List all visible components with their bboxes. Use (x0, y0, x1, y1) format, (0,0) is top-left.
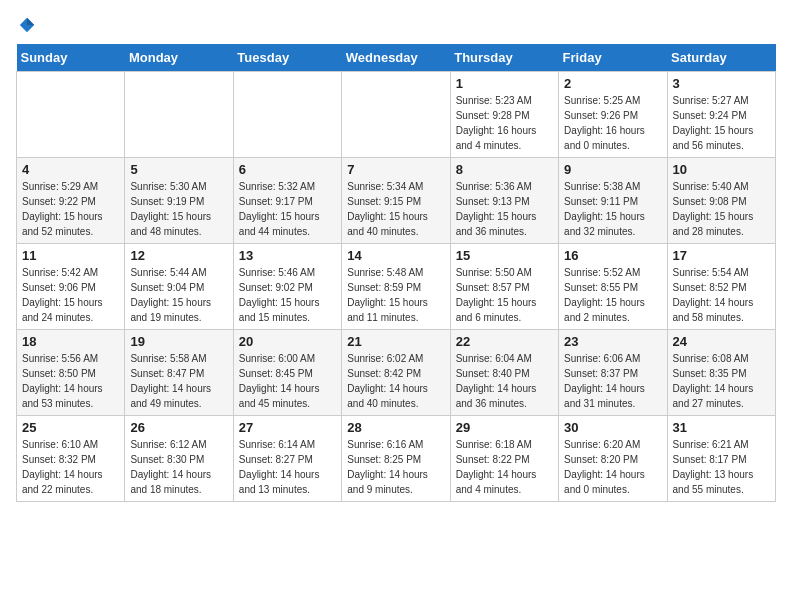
day-header-sunday: Sunday (17, 44, 125, 72)
day-info: Sunrise: 6:21 AMSunset: 8:17 PMDaylight:… (673, 437, 770, 497)
day-info: Sunrise: 6:16 AMSunset: 8:25 PMDaylight:… (347, 437, 444, 497)
day-header-tuesday: Tuesday (233, 44, 341, 72)
calendar-cell: 4Sunrise: 5:29 AMSunset: 9:22 PMDaylight… (17, 158, 125, 244)
day-number: 8 (456, 162, 553, 177)
calendar-cell: 2Sunrise: 5:25 AMSunset: 9:26 PMDaylight… (559, 72, 667, 158)
calendar-cell: 22Sunrise: 6:04 AMSunset: 8:40 PMDayligh… (450, 330, 558, 416)
calendar-cell: 7Sunrise: 5:34 AMSunset: 9:15 PMDaylight… (342, 158, 450, 244)
calendar-cell (125, 72, 233, 158)
calendar-cell: 29Sunrise: 6:18 AMSunset: 8:22 PMDayligh… (450, 416, 558, 502)
day-number: 4 (22, 162, 119, 177)
day-number: 25 (22, 420, 119, 435)
day-number: 26 (130, 420, 227, 435)
day-number: 20 (239, 334, 336, 349)
day-number: 14 (347, 248, 444, 263)
day-info: Sunrise: 5:46 AMSunset: 9:02 PMDaylight:… (239, 265, 336, 325)
calendar-cell: 16Sunrise: 5:52 AMSunset: 8:55 PMDayligh… (559, 244, 667, 330)
day-info: Sunrise: 6:04 AMSunset: 8:40 PMDaylight:… (456, 351, 553, 411)
day-info: Sunrise: 5:27 AMSunset: 9:24 PMDaylight:… (673, 93, 770, 153)
calendar-cell: 31Sunrise: 6:21 AMSunset: 8:17 PMDayligh… (667, 416, 775, 502)
day-info: Sunrise: 5:38 AMSunset: 9:11 PMDaylight:… (564, 179, 661, 239)
calendar-cell (342, 72, 450, 158)
calendar-table: SundayMondayTuesdayWednesdayThursdayFrid… (16, 44, 776, 502)
day-number: 2 (564, 76, 661, 91)
day-info: Sunrise: 6:20 AMSunset: 8:20 PMDaylight:… (564, 437, 661, 497)
day-info: Sunrise: 6:14 AMSunset: 8:27 PMDaylight:… (239, 437, 336, 497)
day-info: Sunrise: 5:36 AMSunset: 9:13 PMDaylight:… (456, 179, 553, 239)
day-number: 28 (347, 420, 444, 435)
calendar-cell: 30Sunrise: 6:20 AMSunset: 8:20 PMDayligh… (559, 416, 667, 502)
day-header-saturday: Saturday (667, 44, 775, 72)
day-info: Sunrise: 5:44 AMSunset: 9:04 PMDaylight:… (130, 265, 227, 325)
day-info: Sunrise: 5:58 AMSunset: 8:47 PMDaylight:… (130, 351, 227, 411)
day-number: 13 (239, 248, 336, 263)
calendar-cell: 17Sunrise: 5:54 AMSunset: 8:52 PMDayligh… (667, 244, 775, 330)
calendar-cell: 3Sunrise: 5:27 AMSunset: 9:24 PMDaylight… (667, 72, 775, 158)
day-number: 29 (456, 420, 553, 435)
calendar-cell: 13Sunrise: 5:46 AMSunset: 9:02 PMDayligh… (233, 244, 341, 330)
calendar-week-row: 1Sunrise: 5:23 AMSunset: 9:28 PMDaylight… (17, 72, 776, 158)
calendar-week-row: 11Sunrise: 5:42 AMSunset: 9:06 PMDayligh… (17, 244, 776, 330)
day-number: 31 (673, 420, 770, 435)
calendar-header-row: SundayMondayTuesdayWednesdayThursdayFrid… (17, 44, 776, 72)
calendar-cell: 26Sunrise: 6:12 AMSunset: 8:30 PMDayligh… (125, 416, 233, 502)
day-number: 17 (673, 248, 770, 263)
day-info: Sunrise: 5:30 AMSunset: 9:19 PMDaylight:… (130, 179, 227, 239)
calendar-week-row: 4Sunrise: 5:29 AMSunset: 9:22 PMDaylight… (17, 158, 776, 244)
day-number: 1 (456, 76, 553, 91)
calendar-cell: 12Sunrise: 5:44 AMSunset: 9:04 PMDayligh… (125, 244, 233, 330)
calendar-cell: 8Sunrise: 5:36 AMSunset: 9:13 PMDaylight… (450, 158, 558, 244)
calendar-cell: 25Sunrise: 6:10 AMSunset: 8:32 PMDayligh… (17, 416, 125, 502)
day-number: 16 (564, 248, 661, 263)
logo (16, 16, 36, 34)
day-info: Sunrise: 6:02 AMSunset: 8:42 PMDaylight:… (347, 351, 444, 411)
calendar-cell: 27Sunrise: 6:14 AMSunset: 8:27 PMDayligh… (233, 416, 341, 502)
day-number: 9 (564, 162, 661, 177)
day-header-monday: Monday (125, 44, 233, 72)
day-info: Sunrise: 6:10 AMSunset: 8:32 PMDaylight:… (22, 437, 119, 497)
day-info: Sunrise: 5:29 AMSunset: 9:22 PMDaylight:… (22, 179, 119, 239)
calendar-cell: 14Sunrise: 5:48 AMSunset: 8:59 PMDayligh… (342, 244, 450, 330)
day-info: Sunrise: 5:52 AMSunset: 8:55 PMDaylight:… (564, 265, 661, 325)
calendar-cell: 1Sunrise: 5:23 AMSunset: 9:28 PMDaylight… (450, 72, 558, 158)
day-number: 30 (564, 420, 661, 435)
day-info: Sunrise: 5:42 AMSunset: 9:06 PMDaylight:… (22, 265, 119, 325)
day-number: 10 (673, 162, 770, 177)
day-number: 24 (673, 334, 770, 349)
day-header-friday: Friday (559, 44, 667, 72)
calendar-week-row: 18Sunrise: 5:56 AMSunset: 8:50 PMDayligh… (17, 330, 776, 416)
calendar-cell: 9Sunrise: 5:38 AMSunset: 9:11 PMDaylight… (559, 158, 667, 244)
calendar-cell (17, 72, 125, 158)
day-number: 21 (347, 334, 444, 349)
day-number: 19 (130, 334, 227, 349)
calendar-cell: 24Sunrise: 6:08 AMSunset: 8:35 PMDayligh… (667, 330, 775, 416)
calendar-cell: 18Sunrise: 5:56 AMSunset: 8:50 PMDayligh… (17, 330, 125, 416)
day-number: 23 (564, 334, 661, 349)
day-number: 5 (130, 162, 227, 177)
day-number: 3 (673, 76, 770, 91)
day-number: 18 (22, 334, 119, 349)
calendar-cell: 5Sunrise: 5:30 AMSunset: 9:19 PMDaylight… (125, 158, 233, 244)
calendar-cell: 10Sunrise: 5:40 AMSunset: 9:08 PMDayligh… (667, 158, 775, 244)
day-number: 7 (347, 162, 444, 177)
day-info: Sunrise: 6:06 AMSunset: 8:37 PMDaylight:… (564, 351, 661, 411)
day-info: Sunrise: 5:54 AMSunset: 8:52 PMDaylight:… (673, 265, 770, 325)
day-info: Sunrise: 6:08 AMSunset: 8:35 PMDaylight:… (673, 351, 770, 411)
day-number: 15 (456, 248, 553, 263)
calendar-cell: 21Sunrise: 6:02 AMSunset: 8:42 PMDayligh… (342, 330, 450, 416)
day-info: Sunrise: 5:23 AMSunset: 9:28 PMDaylight:… (456, 93, 553, 153)
day-number: 6 (239, 162, 336, 177)
logo-icon (18, 16, 36, 34)
page-header (16, 16, 776, 34)
day-info: Sunrise: 6:18 AMSunset: 8:22 PMDaylight:… (456, 437, 553, 497)
calendar-cell: 20Sunrise: 6:00 AMSunset: 8:45 PMDayligh… (233, 330, 341, 416)
day-info: Sunrise: 5:34 AMSunset: 9:15 PMDaylight:… (347, 179, 444, 239)
day-header-wednesday: Wednesday (342, 44, 450, 72)
day-info: Sunrise: 5:40 AMSunset: 9:08 PMDaylight:… (673, 179, 770, 239)
calendar-cell (233, 72, 341, 158)
day-number: 22 (456, 334, 553, 349)
day-info: Sunrise: 5:56 AMSunset: 8:50 PMDaylight:… (22, 351, 119, 411)
day-info: Sunrise: 5:48 AMSunset: 8:59 PMDaylight:… (347, 265, 444, 325)
day-number: 27 (239, 420, 336, 435)
calendar-cell: 23Sunrise: 6:06 AMSunset: 8:37 PMDayligh… (559, 330, 667, 416)
